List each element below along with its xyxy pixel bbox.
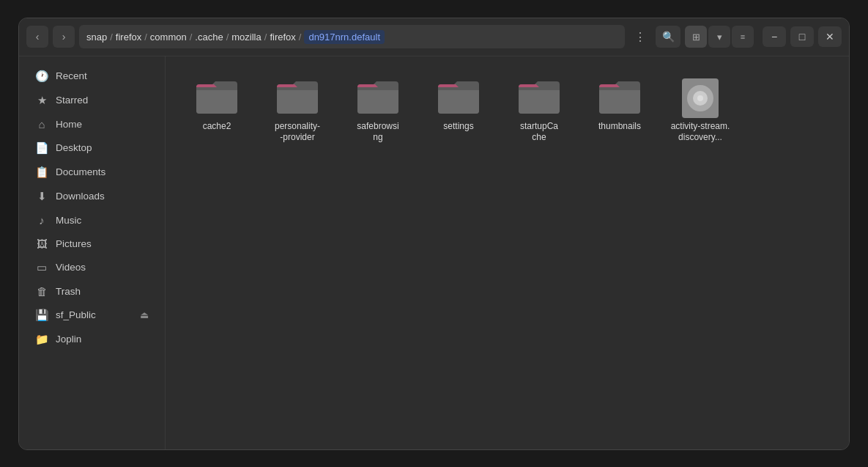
breadcrumb-firefox2[interactable]: firefox — [270, 32, 295, 43]
breadcrumb-mozilla[interactable]: mozilla — [231, 32, 261, 43]
music-icon: ♪ — [35, 214, 48, 227]
file-name-settings: settings — [443, 121, 473, 133]
more-options-button[interactable]: ⋮ — [629, 26, 651, 48]
close-icon: ✕ — [826, 31, 834, 43]
sidebar-item-videos-label: Videos — [56, 262, 86, 273]
sidebar-item-downloads-label: Downloads — [56, 191, 105, 202]
maximize-button[interactable]: □ — [790, 26, 814, 47]
breadcrumb: snap / firefox / common / .cache / mozil… — [79, 25, 625, 48]
close-button[interactable]: ✕ — [818, 26, 842, 47]
sidebar: 🕐 Recent ★ Starred ⌂ Home 📄 Desktop 📋 Do… — [19, 56, 166, 449]
trash-icon: 🗑 — [35, 285, 48, 298]
recent-icon: 🕐 — [35, 70, 48, 83]
sidebar-item-joplin-label: Joplin — [56, 334, 81, 345]
window-controls: − □ ✕ — [763, 26, 842, 47]
sidebar-item-desktop-label: Desktop — [56, 142, 92, 153]
sidebar-item-home[interactable]: ⌂ Home — [23, 113, 160, 136]
desktop-icon: 📄 — [35, 141, 48, 155]
file-item-safebrowsing[interactable]: safebrowsing — [341, 71, 415, 150]
sidebar-item-recent[interactable]: 🕐 Recent — [23, 65, 160, 88]
sidebar-item-starred[interactable]: ★ Starred — [23, 89, 160, 112]
breadcrumb-current[interactable]: dn917nrn.default — [304, 30, 385, 44]
back-button[interactable]: ‹ — [26, 26, 48, 48]
eject-icon[interactable]: ⏏ — [140, 309, 149, 320]
sidebar-item-music[interactable]: ♪ Music — [23, 209, 160, 232]
sidebar-item-pictures-label: Pictures — [56, 238, 92, 249]
more-options-icon: ⋮ — [634, 30, 646, 44]
file-name-personality-provider: personality--provider — [275, 121, 320, 144]
list-view-button[interactable]: ≡ — [732, 26, 754, 48]
sidebar-item-documents[interactable]: 📋 Documents — [23, 161, 160, 184]
sidebar-item-desktop[interactable]: 📄 Desktop — [23, 136, 160, 160]
folder-icon-safebrowsing — [355, 77, 401, 117]
star-icon: ★ — [35, 94, 48, 107]
folder-icon-settings — [435, 77, 482, 117]
sidebar-item-downloads[interactable]: ⬇ Downloads — [23, 185, 160, 208]
grid-view-button[interactable]: ⊞ — [685, 26, 707, 48]
breadcrumb-common[interactable]: common — [150, 32, 187, 43]
videos-icon: ▭ — [35, 261, 48, 274]
sidebar-item-home-label: Home — [56, 119, 82, 130]
breadcrumb-firefox1[interactable]: firefox — [116, 32, 141, 43]
file-item-activity-stream[interactable]: activity-stream.discovery... — [664, 71, 737, 150]
minimize-button[interactable]: − — [763, 26, 786, 47]
sf-public-icon: 💾 — [35, 309, 48, 322]
pictures-icon: 🖼 — [35, 238, 48, 250]
sidebar-item-trash-label: Trash — [56, 286, 81, 297]
sidebar-item-starred-label: Starred — [56, 95, 88, 106]
search-button[interactable]: 🔍 — [656, 26, 680, 48]
grid-view-icon: ⊞ — [692, 32, 700, 43]
breadcrumb-cache[interactable]: .cache — [195, 32, 223, 43]
file-manager-window: ‹ › snap / firefox / common / .cache / m… — [18, 18, 850, 450]
titlebar: ‹ › snap / firefox / common / .cache / m… — [19, 18, 849, 56]
folder-icon-startupcache — [516, 77, 563, 117]
sidebar-item-documents-label: Documents — [56, 166, 105, 177]
file-grid: cache2 personality--provider — [166, 56, 849, 449]
breadcrumb-snap[interactable]: snap — [86, 32, 107, 43]
list-view-icon: ≡ — [741, 32, 745, 41]
downloads-icon: ⬇ — [35, 190, 48, 203]
sidebar-item-sf-public[interactable]: 💾 sf_Public ⏏ — [23, 304, 160, 327]
file-item-startupcache[interactable]: startupCache — [502, 71, 576, 150]
forward-button[interactable]: › — [53, 26, 75, 48]
home-icon: ⌂ — [35, 118, 48, 130]
file-item-thumbnails[interactable]: thumbnails — [583, 71, 656, 150]
sidebar-item-videos[interactable]: ▭ Videos — [23, 256, 160, 279]
file-name-cache2: cache2 — [203, 121, 231, 133]
view-dropdown-button[interactable]: ▾ — [708, 26, 730, 48]
content-area: 🕐 Recent ★ Starred ⌂ Home 📄 Desktop 📋 Do… — [19, 56, 849, 449]
back-icon: ‹ — [36, 31, 40, 43]
forward-icon: › — [62, 31, 66, 43]
folder-icon-thumbnails — [596, 77, 643, 117]
file-item-cache2[interactable]: cache2 — [180, 71, 253, 150]
sidebar-item-joplin[interactable]: 📁 Joplin — [23, 328, 160, 351]
folder-icon-cache2 — [193, 77, 240, 117]
view-toggle-group: ⊞ ▾ ≡ — [685, 26, 754, 48]
file-name-safebrowsing: safebrowsing — [357, 121, 398, 144]
sidebar-item-sf-public-label: sf_Public — [56, 309, 96, 320]
maximize-icon: □ — [799, 31, 805, 43]
sidebar-item-trash[interactable]: 🗑 Trash — [23, 280, 160, 303]
sidebar-item-pictures[interactable]: 🖼 Pictures — [23, 232, 160, 255]
svg-point-3 — [697, 95, 703, 101]
json-file-icon — [679, 77, 722, 117]
file-name-startupcache: startupCache — [520, 121, 558, 144]
sidebar-item-recent-label: Recent — [56, 70, 87, 81]
minimize-icon: − — [771, 31, 777, 43]
documents-icon: 📋 — [35, 166, 48, 179]
joplin-icon: 📁 — [35, 333, 48, 346]
file-name-activity-stream: activity-stream.discovery... — [671, 121, 730, 144]
file-name-thumbnails: thumbnails — [598, 121, 641, 133]
file-item-personality-provider[interactable]: personality--provider — [261, 71, 334, 150]
search-icon: 🔍 — [662, 31, 675, 43]
file-item-settings[interactable]: settings — [422, 71, 495, 150]
folder-icon-personality-provider — [274, 77, 321, 117]
chevron-down-icon: ▾ — [717, 32, 722, 43]
sidebar-item-music-label: Music — [56, 215, 81, 226]
